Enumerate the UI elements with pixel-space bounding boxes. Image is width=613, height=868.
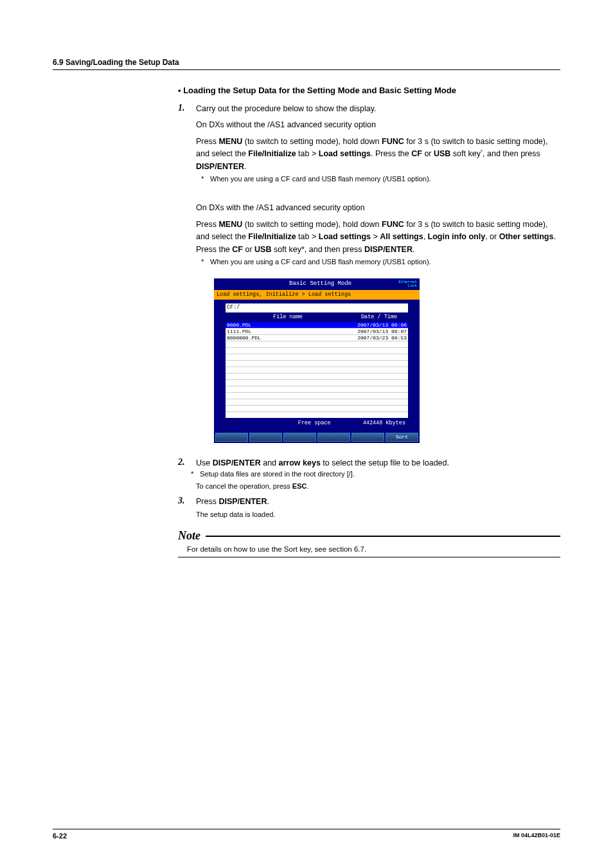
ethernet-indicator: EthernetLink	[398, 280, 417, 288]
softkey[interactable]	[215, 433, 248, 442]
step1-line1: Carry out the procedure below to show th…	[196, 103, 560, 115]
file-row[interactable]: 0000.PDL 2007/03/13 09:06	[226, 322, 408, 329]
softkey[interactable]	[283, 433, 316, 442]
step-number-1: 1.	[178, 103, 190, 455]
step-number-2: 2.	[178, 457, 190, 492]
softkey[interactable]	[317, 433, 350, 442]
step3-loaded: The setup data is loaded.	[196, 509, 560, 520]
step2-text: Use DISP/ENTER and arrow keys to select …	[196, 457, 560, 469]
step1-line3: On DXs with the /AS1 advanced security o…	[196, 202, 560, 214]
note-body: For details on how to use the Sort key, …	[178, 543, 560, 557]
scr-path: CF:/	[226, 303, 408, 312]
section-header: 6.9 Saving/Loading the Setup Data	[53, 58, 560, 70]
scr-filelist[interactable]: 0000.PDL 2007/03/13 09:06 1111.PDL 2007/…	[226, 322, 408, 418]
note-label: Note	[178, 529, 200, 543]
device-screenshot: Basic Setting Mode EthernetLink Load set…	[214, 278, 420, 443]
step1-footnote1: *When you are using a CF card and USB fl…	[201, 174, 560, 184]
note-divider	[206, 536, 560, 537]
scr-col-file: File name	[226, 313, 350, 321]
scr-breadcrumb: Load settings, Initialize > Load setting…	[214, 290, 420, 300]
softkey[interactable]	[249, 433, 282, 442]
file-row[interactable]: 1111.PDL 2007/03/13 09:07	[226, 329, 408, 335]
step1-footnote2: *When you are using a CF card and USB fl…	[201, 257, 560, 267]
scr-title: Basic Setting Mode	[242, 280, 398, 289]
softkey[interactable]	[351, 433, 384, 442]
page-number: 6-22	[53, 832, 67, 840]
file-row[interactable]: 0000000.PDL 2007/03/23 09:53	[226, 335, 408, 341]
step2-footnote: *Setup data files are stored in the root…	[191, 469, 560, 479]
softkey-sort[interactable]: Sort	[386, 433, 418, 442]
step2-cancel: To cancel the operation, press ESC.	[196, 481, 560, 492]
bullet-heading: Loading the Setup Data for the Setting M…	[178, 86, 560, 95]
scr-col-date: Date / Time	[350, 313, 408, 321]
free-space-label: Free space	[298, 419, 331, 428]
doc-id: IM 04L42B01-01E	[513, 832, 560, 840]
step3-text: Press DISP/ENTER.	[196, 496, 560, 508]
step1-line2: On DXs without the /AS1 advanced securit…	[196, 119, 560, 131]
step1-para2: Press MENU (to switch to setting mode), …	[196, 219, 560, 256]
step1-para1: Press MENU (to switch to setting mode), …	[196, 136, 560, 173]
free-space-value: 442448 Kbytes	[363, 419, 405, 428]
step-number-3: 3.	[178, 496, 190, 520]
